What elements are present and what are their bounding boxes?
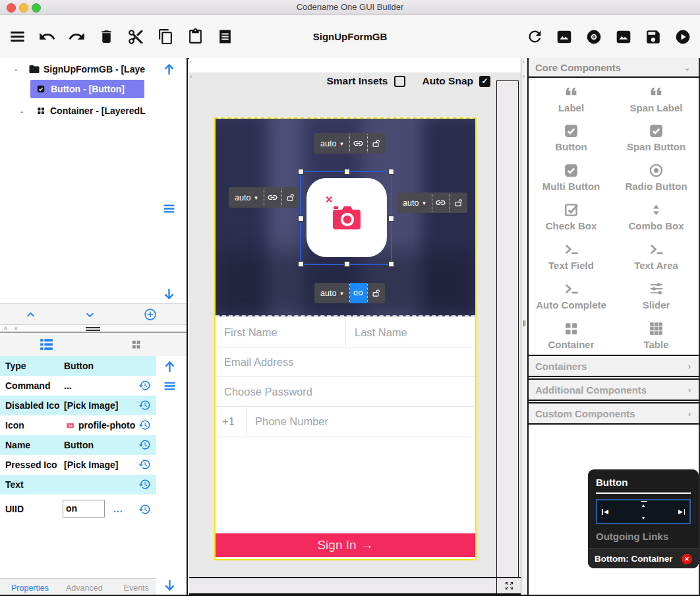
inset-mode-dropdown[interactable]: auto▾ [229,187,264,208]
component-button[interactable]: Button [529,117,614,157]
link-icon[interactable] [432,193,450,213]
record-icon[interactable] [585,28,603,46]
property-up-icon[interactable] [163,360,177,374]
image-icon[interactable] [555,28,573,46]
inset-bar-right[interactable]: auto▾ [397,193,467,213]
tab-events[interactable]: Events [124,583,149,593]
link-left-icon[interactable]: ◀ [604,509,608,515]
tab-advanced[interactable]: Advanced [66,583,103,593]
lock-icon[interactable] [368,283,385,303]
property-row-name[interactable]: Name Button [0,435,156,455]
save-icon[interactable] [644,28,662,46]
link-icon[interactable] [264,187,281,208]
slider-icon [648,280,665,297]
property-row-uiid[interactable]: UIID on ... [0,494,156,524]
history-icon[interactable] [138,503,151,516]
inset-bar-bottom[interactable]: auto▾ [314,283,385,303]
splitter-left-icon[interactable]: ‹ [523,59,525,65]
link-bottom-icon[interactable]: ▼ [641,515,646,521]
component-slider[interactable]: Slider [614,276,699,315]
refresh-icon[interactable] [525,28,544,46]
property-menu-icon[interactable] [163,379,177,393]
component-check-box[interactable]: Check Box [529,196,614,236]
resize-handle-w[interactable] [298,216,304,222]
component-auto-complete[interactable]: Auto Complete [529,276,614,315]
resize-handle-e[interactable] [388,216,394,222]
component-text-area[interactable]: Text Area [614,236,699,276]
link-top-icon[interactable]: ▲ [641,502,646,508]
outgoing-link-row[interactable]: Bottom: Container ✕ [588,549,699,568]
screenshot-icon[interactable] [614,28,633,46]
phone-preview[interactable]: ✕ auto▾ auto▾ auto▾ [214,117,477,560]
component-label[interactable]: Label [529,78,614,117]
section-core-components[interactable]: Core Components ⌄ [529,58,699,78]
lock-icon[interactable] [368,133,385,154]
component-container[interactable]: Container [529,315,614,355]
uiid-more-button[interactable]: ... [113,494,123,524]
section-custom-components[interactable]: Custom Components › [529,402,699,425]
property-row-pressed-icon[interactable]: Pressed Ico [Pick Image] [0,455,156,475]
lock-icon[interactable] [282,187,299,208]
history-icon[interactable] [138,478,151,491]
resize-handle-s[interactable] [344,261,350,267]
first-name-field[interactable]: First Name [216,318,345,347]
splitter-left-icon[interactable]: ‹ [190,59,192,65]
resize-handle-se[interactable] [388,261,394,267]
component-span-label[interactable]: Span Label [614,78,699,117]
component-table[interactable]: Table [614,315,699,355]
resize-handle-sw[interactable] [298,261,304,267]
component-radio-button[interactable]: Radio Button [614,157,699,196]
profile-photo-button[interactable]: ✕ [306,178,387,257]
inset-mode-dropdown[interactable]: auto▾ [314,283,349,303]
property-row-text[interactable]: Text [0,475,156,494]
history-icon[interactable] [138,438,151,451]
property-row-icon[interactable]: Icon profile-photo [0,415,156,435]
name-fields-row: First Name Last Name [216,318,475,347]
component-text-field[interactable]: Text Field [529,236,614,276]
property-row-disabled-icon[interactable]: Disabled Ico [Pick Image] [0,396,156,415]
phone-number-field[interactable]: Phone Number [247,407,475,436]
history-icon[interactable] [138,399,151,411]
property-row-type[interactable]: Type Button [0,356,156,376]
expand-button[interactable] [496,578,521,593]
resize-handle-n[interactable] [344,169,350,175]
password-field[interactable]: Choose Password [216,377,475,407]
tab-properties[interactable]: Properties [11,583,49,593]
link-icon-active[interactable] [350,283,367,303]
property-label: Type [5,356,26,376]
link-right-icon[interactable]: ▶ [678,509,683,515]
lock-icon[interactable] [450,193,467,213]
section-additional-components[interactable]: Additional Components › [529,378,699,401]
component-combo-box[interactable]: Combo Box [614,196,699,236]
resize-handle-nw[interactable] [298,169,304,175]
phone-prefix[interactable]: +1 [216,407,246,436]
property-down-icon[interactable] [163,578,177,592]
smart-insets-checkbox[interactable] [394,76,405,87]
resize-handle-ne[interactable] [388,169,394,175]
inset-mode-dropdown[interactable]: auto▾ [314,133,349,154]
history-icon[interactable] [138,379,151,392]
email-field[interactable]: Email Address [216,347,475,377]
uiid-input[interactable]: on [63,500,105,518]
splitter-right-icon[interactable]: › [190,73,192,80]
history-icon[interactable] [138,458,151,471]
splitter-handle[interactable]: ‖ [523,320,526,327]
sign-in-button[interactable]: Sign In → [216,533,475,557]
canvas-right-splitter[interactable]: ‹ › ‖ [521,58,527,596]
play-icon[interactable] [674,28,692,46]
component-span-button[interactable]: Span Button [614,117,699,157]
table-icon [648,320,664,337]
last-name-field[interactable]: Last Name [346,318,475,347]
splitter-right-icon[interactable]: › [523,73,525,80]
section-containers[interactable]: Containers › [529,355,699,377]
property-row-command[interactable]: Command ... [0,376,156,396]
auto-snap-checkbox[interactable]: ✓ [479,76,490,87]
inset-bar-left[interactable]: auto▾ [229,187,299,208]
component-multi-button[interactable]: Multi Button [529,157,614,196]
history-icon[interactable] [138,419,151,431]
link-icon[interactable] [350,133,367,154]
remove-link-icon[interactable]: ✕ [682,554,692,564]
gui-builder-window: Codename One GUI Builder SignUpFormGB - [0,0,700,596]
inset-bar-top[interactable]: auto▾ [314,133,385,154]
inset-mode-dropdown[interactable]: auto▾ [397,193,432,213]
